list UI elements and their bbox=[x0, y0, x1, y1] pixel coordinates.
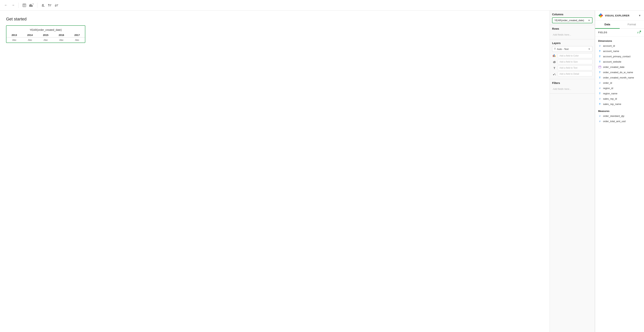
forward-button[interactable]: → bbox=[10, 2, 16, 8]
cell-abc-5: Abc bbox=[69, 38, 85, 43]
field-item-sales-rep-name[interactable]: T sales_rep_name bbox=[595, 101, 644, 107]
toolbar-insert-group bbox=[21, 2, 34, 8]
field-item-region-id[interactable]: # region_id bbox=[595, 85, 644, 91]
field-item-sales-rep-id[interactable]: # sales_rep_id bbox=[595, 96, 644, 101]
field-icon-text: T bbox=[598, 49, 602, 53]
field-item-order-created-dow[interactable]: T order_created_do_w_name bbox=[595, 70, 644, 75]
field-name-sales-rep-id: sales_rep_id bbox=[603, 97, 617, 100]
year-header-2017: 2017 bbox=[69, 33, 85, 38]
filters-section: Filters Add fields here... bbox=[550, 79, 595, 94]
page-title: Get started bbox=[6, 17, 544, 22]
size-field-row: Add a field to Size bbox=[552, 59, 592, 64]
field-item-order-total-amt[interactable]: # order_total_amt_usd bbox=[595, 118, 644, 124]
field-icon-text-5: T bbox=[598, 76, 602, 79]
svg-rect-8 bbox=[555, 55, 556, 57]
field-name-account-primary-contact: account_primary_contact bbox=[603, 55, 630, 58]
columns-pill[interactable]: YEAR(order_created_date) ▼ bbox=[552, 17, 592, 23]
detail-field-row: Add a field to Detail bbox=[552, 71, 592, 76]
field-icon-text-6: T bbox=[598, 92, 602, 95]
back-button[interactable]: ← bbox=[3, 2, 9, 8]
data-table-wrapper: YEAR(order_created_date) 2013 2014 2015 … bbox=[6, 25, 85, 43]
fields-list: Dimensions # account_id T account_name T… bbox=[595, 37, 644, 332]
layers-section: Layers T Auto - Text ▼ Add a field to Co… bbox=[550, 39, 595, 79]
field-name-order-created-date: order_created_date bbox=[603, 66, 624, 68]
field-icon-hash-5: # bbox=[598, 114, 602, 118]
columns-title: Columns bbox=[552, 13, 592, 16]
size-field-input[interactable]: Add a field to Size bbox=[558, 59, 592, 64]
tab-format[interactable]: Format bbox=[620, 21, 644, 29]
fields-panel: VISUAL EXPLORER ▼ Data Format FIELDS f x… bbox=[595, 11, 644, 332]
field-icon-text-2: T bbox=[598, 55, 602, 58]
field-item-order-created-date[interactable]: order_created_date bbox=[595, 64, 644, 70]
svg-rect-4 bbox=[30, 4, 31, 7]
field-name-order-total-amt: order_total_amt_usd bbox=[603, 120, 626, 123]
field-icon-calendar bbox=[598, 65, 602, 69]
cell-abc-4: Abc bbox=[54, 38, 69, 43]
filters-placeholder[interactable]: Add fields here... bbox=[552, 86, 592, 92]
svg-text:f: f bbox=[638, 31, 638, 34]
sort-desc-button[interactable] bbox=[54, 2, 60, 8]
toolbar: ← → bbox=[0, 0, 644, 11]
layers-dropdown[interactable]: T Auto - Text ▼ bbox=[552, 46, 592, 52]
calendar-icon bbox=[598, 66, 601, 68]
field-item-order-id[interactable]: # order_id bbox=[595, 80, 644, 85]
field-item-account-primary-contact[interactable]: T account_primary_contact bbox=[595, 54, 644, 59]
insert-table-button[interactable] bbox=[21, 2, 27, 8]
color-field-row: Add a field to Color bbox=[552, 53, 592, 58]
svg-rect-20 bbox=[599, 66, 601, 68]
layers-title: Layers bbox=[552, 42, 592, 45]
layers-dropdown-chevron: ▼ bbox=[588, 48, 590, 51]
filters-title: Filters bbox=[552, 81, 592, 85]
field-name-account-name: account_name bbox=[603, 50, 619, 53]
fields-label: FIELDS bbox=[598, 31, 637, 34]
cell-abc-2: Abc bbox=[22, 38, 38, 43]
rows-placeholder[interactable]: Add fields here... bbox=[552, 32, 592, 38]
sort-asc-button[interactable] bbox=[47, 2, 53, 8]
text-field-row: T Add a field to Text bbox=[552, 65, 592, 70]
svg-rect-3 bbox=[30, 5, 30, 7]
color-icon bbox=[552, 54, 556, 58]
field-item-region-name[interactable]: T region_name bbox=[595, 91, 644, 96]
svg-rect-0 bbox=[23, 4, 26, 7]
columns-pill-text: YEAR(order_created_date) bbox=[554, 19, 587, 22]
canvas-area: Get started YEAR(order_created_date) 201… bbox=[0, 11, 550, 332]
field-item-order-created-month[interactable]: T order_created_month_name bbox=[595, 75, 644, 80]
svg-rect-7 bbox=[554, 54, 554, 57]
field-item-order-standard-qty[interactable]: # order_standard_qty bbox=[595, 113, 644, 118]
field-item-account-id[interactable]: # account_id bbox=[595, 43, 644, 48]
ve-dropdown-chevron[interactable]: ▼ bbox=[638, 14, 641, 17]
field-name-account-website: account_website bbox=[603, 60, 621, 63]
tab-data[interactable]: Data bbox=[595, 21, 620, 29]
field-icon-hash-3: # bbox=[598, 86, 602, 90]
svg-rect-5 bbox=[32, 5, 32, 7]
field-item-account-name[interactable]: T account_name bbox=[595, 48, 644, 54]
field-icon-hash-6: # bbox=[598, 119, 602, 123]
chart-button[interactable] bbox=[28, 2, 34, 8]
columns-section: Columns YEAR(order_created_date) ▼ bbox=[550, 11, 595, 25]
text-icon: T bbox=[552, 66, 556, 70]
cell-abc-3: Abc bbox=[38, 38, 54, 43]
table-row: Abc Abc Abc Abc Abc bbox=[6, 38, 85, 43]
svg-rect-1 bbox=[23, 5, 26, 5]
ve-logo-icon bbox=[598, 13, 604, 18]
field-icon-hash-2: # bbox=[598, 81, 602, 85]
color-bars-icon bbox=[553, 54, 556, 57]
text-field-input[interactable]: Add a field to Text bbox=[558, 65, 592, 70]
fields-fx-button[interactable]: f x + bbox=[637, 31, 641, 34]
measures-title: Measures bbox=[595, 108, 644, 113]
column-span-header: YEAR(order_created_date) bbox=[6, 26, 85, 33]
svg-point-14 bbox=[555, 75, 556, 75]
layers-dropdown-text: Auto - Text bbox=[557, 48, 587, 51]
sort-button[interactable] bbox=[40, 2, 46, 8]
field-icon-hash-4: # bbox=[598, 97, 602, 100]
detail-dots-icon bbox=[553, 72, 556, 75]
field-item-account-website[interactable]: T account_website bbox=[595, 59, 644, 64]
svg-point-12 bbox=[553, 74, 554, 75]
detail-field-input[interactable]: Add a field to Detail bbox=[558, 71, 592, 76]
field-icon-text-7: T bbox=[598, 102, 602, 106]
data-format-tabs: Data Format bbox=[595, 21, 644, 29]
field-name-account-id: account_id bbox=[603, 44, 615, 47]
toolbar-sort-group bbox=[40, 2, 60, 8]
svg-rect-6 bbox=[553, 55, 554, 57]
color-field-input[interactable]: Add a field to Color bbox=[558, 53, 592, 58]
